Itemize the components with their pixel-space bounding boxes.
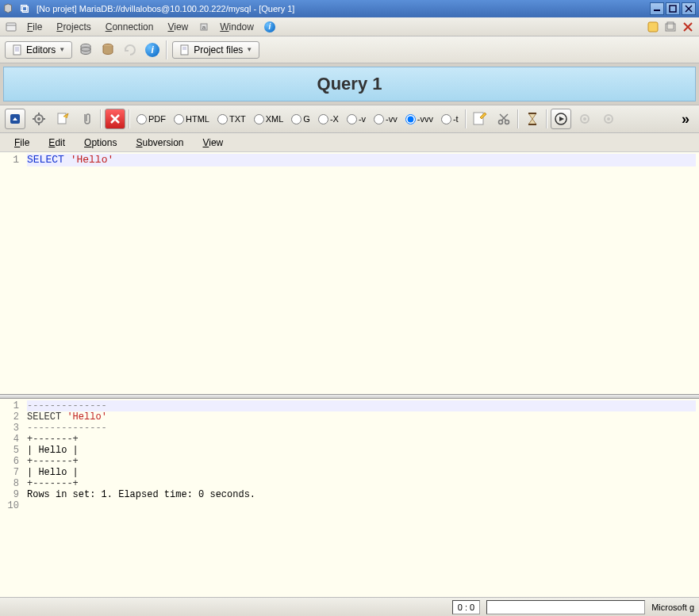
scissors-icon[interactable] — [494, 109, 514, 129]
editor-menu-options[interactable]: Options — [76, 136, 125, 150]
home-button[interactable] — [5, 109, 25, 129]
document-icon — [12, 44, 23, 55]
toolbar-separator — [100, 109, 102, 128]
editor-gutter: 1 — [0, 152, 24, 394]
corner-menu-icon[interactable] — [3, 19, 19, 35]
menu-projects[interactable]: Projects — [50, 20, 97, 34]
svg-rect-10 — [648, 22, 658, 32]
radio-vvv[interactable]: -vvv — [402, 114, 436, 124]
export-format-radios: PDF HTML TXT XML G -X -v -vv -vvv -t — [133, 114, 462, 124]
query-toolbar: PDF HTML TXT XML G -X -v -vv -vvv -t » — [0, 105, 699, 133]
svg-rect-6 — [6, 23, 16, 31]
toolbar-separator — [166, 40, 167, 59]
info-icon: i — [264, 21, 275, 33]
stop-button[interactable] — [105, 109, 125, 129]
menu-right-icon2[interactable] — [663, 19, 678, 35]
refresh-icon[interactable] — [121, 41, 139, 59]
svg-rect-15 — [13, 45, 21, 55]
window-titlebar: [No projet] MariaDB://dvillalobos@10.100… — [0, 0, 699, 17]
editors-dropdown[interactable]: Editors ▼ — [5, 41, 72, 59]
window-buttons — [650, 2, 696, 15]
radio-pdf[interactable]: PDF — [133, 114, 169, 124]
restore-icon[interactable] — [19, 3, 30, 14]
overflow-button[interactable]: » — [682, 111, 689, 128]
svg-rect-12 — [667, 22, 674, 29]
radio-xml[interactable]: XML — [251, 114, 287, 124]
output-summary: Rows in set: 1. Elapsed time: 0 seconds. — [27, 489, 255, 500]
svg-rect-1 — [22, 6, 28, 12]
database-icon[interactable] — [77, 41, 94, 59]
caret-down-icon: ▼ — [246, 46, 252, 53]
gear2-icon[interactable] — [574, 109, 595, 129]
cursor-position: 0 : 0 — [452, 600, 480, 614]
menu-info-icon[interactable]: i — [262, 19, 278, 35]
hourglass-icon[interactable] — [522, 109, 543, 129]
maximize-button[interactable] — [666, 2, 680, 15]
toolbar-separator — [465, 109, 467, 128]
svg-rect-3 — [670, 6, 676, 12]
query-title: Query 1 — [3, 67, 696, 101]
output-pane[interactable]: 1 2 3 4 5 6 7 8 9 10 --------------SELEC… — [0, 399, 699, 597]
project-toolbar: Editors ▼ i Project files ▼ — [0, 36, 699, 63]
output-gutter: 1 2 3 4 5 6 7 8 9 10 — [0, 399, 24, 597]
toolbar-separator — [546, 109, 547, 128]
menu-view[interactable]: View — [161, 20, 194, 34]
edit-page-icon[interactable] — [470, 109, 490, 129]
radio-t[interactable]: -t — [438, 114, 462, 124]
menu-small-icon[interactable]: a — [196, 19, 212, 35]
menu-connection[interactable]: Connection — [99, 20, 160, 34]
editor-menu-edit[interactable]: Edit — [40, 136, 73, 150]
radio-g[interactable]: G — [288, 114, 313, 124]
window-title: [No projet] MariaDB://dvillalobos@10.100… — [36, 4, 650, 13]
sql-keyword: SELECT — [27, 154, 64, 166]
menu-right-icon1[interactable] — [645, 19, 661, 35]
disconnect-icon[interactable] — [99, 41, 117, 59]
project-files-dropdown[interactable]: Project files ▼ — [172, 41, 259, 59]
line-number: 1 — [2, 154, 19, 166]
editor-menu-subversion[interactable]: Subversion — [128, 136, 191, 150]
toolbar-separator — [517, 109, 519, 128]
menu-file[interactable]: File — [21, 20, 48, 34]
editor-menubar: File Edit Options Subversion View — [0, 133, 699, 152]
project-files-label: Project files — [194, 44, 243, 55]
main-menubar: File Projects Connection View a Window i — [0, 17, 699, 36]
radio-txt[interactable]: TXT — [214, 114, 249, 124]
app-icon — [3, 3, 14, 14]
radio-x[interactable]: -X — [315, 114, 342, 124]
close-button[interactable] — [682, 2, 696, 15]
run-button[interactable] — [551, 109, 571, 129]
svg-point-27 — [37, 117, 40, 121]
document-icon — [179, 44, 190, 55]
paperclip-icon[interactable] — [76, 109, 97, 129]
editor-menu-file[interactable]: File — [6, 136, 37, 150]
svg-rect-0 — [21, 6, 27, 11]
status-input[interactable] — [486, 600, 645, 614]
svg-point-44 — [583, 117, 586, 121]
radio-html[interactable]: HTML — [171, 114, 213, 124]
svg-point-46 — [607, 117, 610, 121]
svg-rect-32 — [58, 113, 66, 124]
caret-down-icon: ▼ — [59, 46, 65, 53]
radio-v[interactable]: -v — [344, 114, 369, 124]
output-content: --------------SELECT 'Hello'------------… — [24, 399, 699, 597]
sql-editor[interactable]: 1 SELECT 'Hello' — [0, 152, 699, 394]
page-export-icon[interactable] — [52, 109, 73, 129]
menu-window[interactable]: Window — [213, 20, 260, 34]
editor-content[interactable]: SELECT 'Hello' — [24, 152, 699, 394]
editor-menu-view[interactable]: View — [194, 136, 231, 150]
svg-rect-22 — [181, 45, 188, 55]
editors-label: Editors — [26, 44, 56, 55]
toolbar-info-icon[interactable]: i — [144, 41, 161, 59]
gear3-icon[interactable] — [598, 109, 619, 129]
sql-string: 'Hello' — [71, 154, 114, 166]
status-bar: 0 : 0 Microsoft g — [0, 597, 699, 616]
status-right-text: Microsoft g — [651, 603, 694, 612]
menu-right-close-icon[interactable] — [680, 19, 696, 35]
gear-icon[interactable] — [29, 109, 49, 129]
toolbar-separator — [129, 109, 130, 128]
minimize-button[interactable] — [650, 2, 664, 15]
radio-vv[interactable]: -vv — [371, 114, 401, 124]
svg-text:a: a — [202, 24, 206, 31]
